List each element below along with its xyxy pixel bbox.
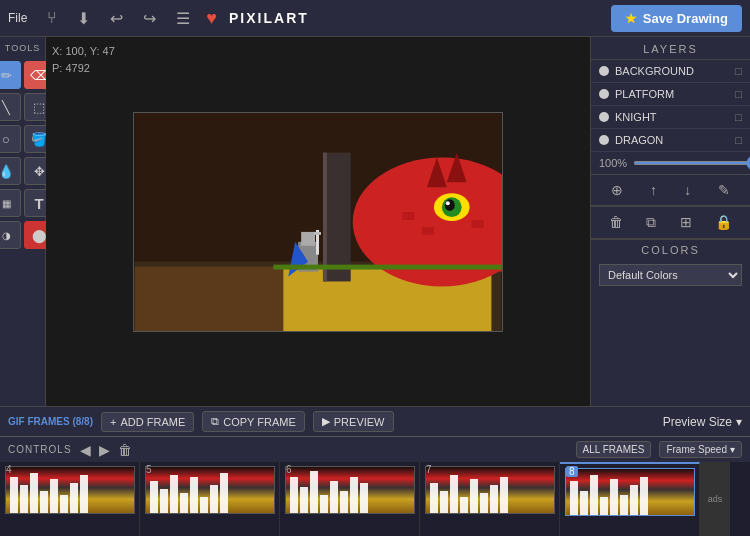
frames-controls: CONTROLS ◀ ▶ 🗑 ALL FRAMES Frame Speed ▾ <box>0 436 750 462</box>
layer-item-background[interactable]: BACKGROUND □ <box>591 60 750 83</box>
gif-bar: GIF FRAMES (8/8) + ADD FRAME ⧉ COPY FRAM… <box>0 406 750 436</box>
merge-layer-button[interactable]: ⊞ <box>676 211 696 234</box>
main-area: TOOLS ✏ ⌫ ╲ ⬚ ○ 🪣 💧 ✥ ▦ T ◑ ⬤ X: 100, Y:… <box>0 37 750 406</box>
frame-bar <box>610 479 618 515</box>
topbar: File ⑂ ⬇ ↩ ↪ ☰ ♥ PIXILART ★ Save Drawing <box>0 0 750 37</box>
frame-bar <box>600 497 608 515</box>
frame-bar <box>500 477 508 513</box>
frames-strip[interactable]: 4 5 <box>0 462 750 536</box>
pencil-tool[interactable]: ✏ <box>0 61 21 89</box>
frame-bar <box>620 495 628 515</box>
menu-icon[interactable]: ☰ <box>172 5 194 32</box>
stamp-tool[interactable]: ▦ <box>0 189 21 217</box>
circle-tool[interactable]: ○ <box>0 125 21 153</box>
svg-rect-15 <box>402 212 414 220</box>
frame-bar <box>430 483 438 513</box>
copy-icon: ⧉ <box>211 415 219 428</box>
layer-name-platform: PLATFORM <box>615 88 729 100</box>
line-tool[interactable]: ╲ <box>0 93 21 121</box>
frame-bar <box>50 479 58 513</box>
layer-item-dragon[interactable]: DRAGON □ <box>591 129 750 152</box>
svg-rect-25 <box>135 266 284 330</box>
preview-button[interactable]: ▶ PREVIEW <box>313 411 394 432</box>
prev-frame-button[interactable]: ◀ <box>80 442 91 458</box>
move-down-button[interactable]: ↓ <box>680 179 695 201</box>
edit-layer-button[interactable]: ✎ <box>714 179 734 201</box>
play-icon: ▶ <box>322 415 330 428</box>
plus-icon: + <box>110 416 116 428</box>
colors-select[interactable]: Default Colors <box>599 264 742 286</box>
layer-item-knight[interactable]: KNIGHT □ <box>591 106 750 129</box>
gif-frames-label: GIF FRAMES (8/8) <box>8 416 93 427</box>
layer-vis-icon[interactable]: □ <box>735 65 742 77</box>
frame-number: 8 <box>566 466 578 477</box>
copy-frame-button[interactable]: ⧉ COPY FRAME <box>202 411 305 432</box>
all-frames-button[interactable]: ALL FRAMES <box>576 441 652 458</box>
canvas-area: X: 100, Y: 47 P: 4792 <box>46 37 590 406</box>
svg-point-14 <box>446 201 450 205</box>
frame-bar <box>70 483 78 513</box>
frame-thumbnail <box>565 468 695 516</box>
download-icon[interactable]: ⬇ <box>73 5 94 32</box>
frame-bar <box>360 483 368 513</box>
pixel-canvas[interactable] <box>133 112 503 332</box>
dropdown-arrow-icon: ▾ <box>736 415 742 429</box>
frame-bar <box>300 487 308 513</box>
frame-bar <box>150 481 158 513</box>
add-layer-button[interactable]: ⊕ <box>607 179 627 201</box>
layer-actions: ⊕ ↑ ↓ ✎ <box>591 174 750 206</box>
svg-rect-16 <box>422 226 434 234</box>
frame-bar <box>290 477 298 513</box>
frame-bar <box>640 477 648 515</box>
layer-actions-2: 🗑 ⧉ ⊞ 🔒 <box>591 206 750 239</box>
next-frame-button[interactable]: ▶ <box>99 442 110 458</box>
shade-tool[interactable]: ◑ <box>0 221 21 249</box>
layer-name-background: BACKGROUND <box>615 65 729 77</box>
frame-bar <box>190 477 198 513</box>
opacity-slider[interactable] <box>633 161 750 165</box>
frame-item-7[interactable]: 7 <box>420 462 560 536</box>
frame-bar <box>460 497 468 513</box>
svg-point-13 <box>445 199 455 211</box>
frame-bars <box>6 473 134 513</box>
coords-p: P: 4792 <box>52 60 115 77</box>
frame-item-6[interactable]: 6 <box>280 462 420 536</box>
copy-layer-button[interactable]: ⧉ <box>642 211 660 234</box>
right-panel: LAYERS BACKGROUND □ PLATFORM □ KNIGHT □ … <box>590 37 750 406</box>
frame-bar <box>10 477 18 513</box>
preview-size-selector[interactable]: Preview Size ▾ <box>663 415 742 429</box>
ads-label: ads <box>700 462 730 536</box>
delete-layer-button[interactable]: 🗑 <box>605 211 627 234</box>
share-icon[interactable]: ⑂ <box>43 5 61 31</box>
svg-rect-26 <box>273 264 501 269</box>
frame-bar <box>220 473 228 513</box>
frame-number: 6 <box>286 464 292 475</box>
save-drawing-button[interactable]: ★ Save Drawing <box>611 5 742 32</box>
lock-layer-button[interactable]: 🔒 <box>711 211 736 234</box>
frame-item-4[interactable]: 4 <box>0 462 140 536</box>
layer-vis-icon[interactable]: □ <box>735 134 742 146</box>
file-label[interactable]: File <box>8 11 27 25</box>
delete-frame-button[interactable]: 🗑 <box>118 442 132 458</box>
frame-speed-button[interactable]: Frame Speed ▾ <box>659 441 742 458</box>
layer-item-platform[interactable]: PLATFORM □ <box>591 83 750 106</box>
coords-xy: X: 100, Y: 47 <box>52 43 115 60</box>
layer-vis-icon[interactable]: □ <box>735 111 742 123</box>
frame-bar <box>590 475 598 515</box>
frame-item-5[interactable]: 5 <box>140 462 280 536</box>
frame-bar <box>630 485 638 515</box>
frame-bars <box>286 471 414 513</box>
layer-visibility-dot <box>599 89 609 99</box>
svg-rect-5 <box>323 152 327 281</box>
add-frame-button[interactable]: + ADD FRAME <box>101 412 194 432</box>
opacity-row: 100% <box>591 152 750 174</box>
move-up-button[interactable]: ↑ <box>646 179 661 201</box>
frame-item-8[interactable]: 8 <box>560 462 700 536</box>
svg-rect-3 <box>323 152 351 281</box>
layer-vis-icon[interactable]: □ <box>735 88 742 100</box>
frame-bar <box>160 489 168 513</box>
eyedropper-tool[interactable]: 💧 <box>0 157 21 185</box>
frame-bar <box>580 491 588 515</box>
undo-icon[interactable]: ↩ <box>106 5 127 32</box>
redo-icon[interactable]: ↪ <box>139 5 160 32</box>
